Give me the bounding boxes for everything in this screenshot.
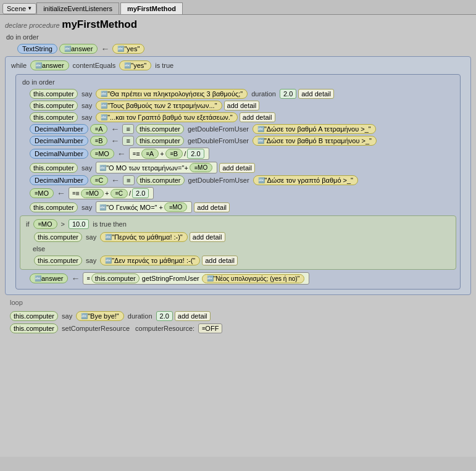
top-assign-row: TextString 🔤 answer ← 🔤 "yes" (17, 44, 476, 54)
arrow-b: ← (109, 136, 120, 146)
get-string-expr: ≡ this.computer getStringFromUser 🔤 "Νέο… (83, 272, 309, 285)
str-icon5: 🔤 (257, 138, 264, 144)
computer-bottom-2: this.computer (10, 323, 58, 333)
is-true-label: is true (153, 62, 175, 69)
say-keyword-1: say (80, 90, 94, 98)
else-string: 🔤 "Δεν περνάς το μάθημα! :-(" (100, 256, 200, 265)
if-val: 10.0 (69, 219, 89, 229)
computer-token-2: this.computer (30, 101, 78, 110)
then-row: this.computer say 🔤 "Περνάς το μάθημα! :… (34, 232, 452, 242)
inner-do-label: do in order (20, 77, 456, 87)
scene-button[interactable]: Scene ▼ (2, 3, 36, 14)
bottom-row2: this.computer setComputerResource comput… (10, 323, 471, 333)
str-icon-else: 🔤 (105, 257, 112, 264)
if-op: > (59, 220, 67, 228)
say-string-1: 🔤 "Θα πρέπει να πληκτρολογήσεις 3 βαθμού… (96, 89, 248, 99)
arrow-mo: ← (116, 149, 127, 159)
tab-my-first-method[interactable]: myFirstMethod (120, 2, 183, 14)
var-c: ≡ C (90, 175, 108, 185)
str-icon-then: 🔤 (105, 234, 112, 240)
add-detail-else[interactable]: add detail (202, 256, 238, 265)
then-string: 🔤 "Περνάς το μάθημα! :-)" (100, 232, 188, 242)
computer-token-5: this.computer (136, 136, 184, 146)
str-icon8: 🔤 (258, 177, 265, 183)
say-bottom-1: say (60, 312, 74, 320)
var-answer-last: 🔤 answer (30, 273, 68, 283)
type-decimal-a: DecimalNumber (30, 124, 88, 134)
row2: this.computer say 🔤 "Τους βαθμούς των 2 … (30, 101, 456, 110)
row9: ≡MO ← ≡≡ ≡MO + ≡C / 2.0 (30, 187, 456, 199)
add-detail-10[interactable]: add detail (194, 202, 230, 212)
arrow-last: ← (70, 273, 81, 283)
say-concat-7: 🔤 "Ο ΜΟ των τετραμήνων=" + ≡MO (96, 162, 217, 173)
top-do-in-order-label: do in order (0, 32, 476, 42)
procedure-title: declare procedure myFirstMethod (0, 15, 476, 32)
computer-token-7: this.computer (30, 163, 78, 173)
declare-procedure-keyword: declare procedure (5, 22, 60, 29)
resource-value: ≡ OFF (198, 323, 222, 333)
row1: this.computer say 🔤 "Θα πρέπει να πληκτρ… (30, 89, 456, 99)
str-icon2: 🔤 (101, 102, 107, 109)
get-method-a: getDoubleFromUser (186, 125, 251, 133)
if-var-mo: ≡ MO (33, 219, 57, 229)
add-detail-2[interactable]: add detail (224, 101, 260, 110)
say-else: say (84, 257, 98, 264)
computer-bottom-1: this.computer (10, 311, 58, 321)
row3: this.computer say 🔤 "...και τον Γραπτό β… (30, 112, 456, 122)
say-string-3: 🔤 "...και τον Γραπτό βαθμό των εξετάσεων… (96, 112, 238, 122)
arrow-c: ← (110, 175, 121, 185)
add-detail-1[interactable]: add detail (298, 89, 334, 99)
row7: this.computer say 🔤 "Ο ΜΟ των τετραμήνων… (30, 162, 456, 173)
add-detail-7[interactable]: add detail (219, 163, 255, 173)
type-decimal-mo: DecimalNumber (30, 149, 88, 159)
var-b: ≡ B (90, 136, 108, 146)
computer-token-10: this.computer (30, 202, 78, 212)
var-answer: 🔤 answer (59, 44, 98, 54)
duration-val-bottom: 2.0 (156, 311, 173, 321)
var-icon-small: 🔤 (35, 62, 42, 69)
eq-sign-b: ≡ (122, 136, 133, 146)
tab-initialize-event-listeners[interactable]: initializeEventListeners (36, 2, 119, 14)
bottom-row1: this.computer say 🔤 "Bye bye!" duration … (10, 311, 471, 321)
computer-token-3: this.computer (30, 112, 78, 122)
row5: DecimalNumber ≡ B ← ≡ this.computer getD… (30, 136, 456, 146)
str-icon-bottom1: 🔤 (81, 313, 88, 319)
while-keyword: while (9, 62, 28, 69)
procedure-name: myFirstMethod (62, 19, 137, 30)
scene-label: Scene (7, 5, 26, 12)
var-mo: ≡ MO (90, 149, 114, 159)
header: Scene ▼ initializeEventListeners myFirst… (0, 0, 476, 15)
computer-then: this.computer (34, 232, 82, 242)
say-keyword-10: say (80, 204, 94, 211)
arrow-a: ← (109, 124, 120, 134)
else-label: else (30, 244, 452, 254)
set-resource-method: setComputerResource (60, 325, 132, 332)
computer-else: this.computer (34, 256, 82, 265)
type-decimal-b: DecimalNumber (30, 136, 88, 146)
duration-label-bottom: duration (126, 312, 154, 320)
say-string-2: 🔤 "Τους βαθμούς των 2 τετραμήνων..." (96, 101, 222, 110)
add-detail-then[interactable]: add detail (190, 232, 225, 242)
assign-value: 🔤 "yes" (112, 44, 144, 54)
eq-sign-c: ≡ (123, 175, 134, 185)
say-concat-10: 🔤 "Ο Γενικός ΜΟ=" + ≡MO (96, 201, 192, 213)
say-string-bottom-1: 🔤 "Bye bye!" (76, 311, 124, 321)
is-true-then: is true then (91, 220, 128, 228)
prompt-a: 🔤 "Δώσε τον βαθμό Α τετραμήνου >_" (253, 124, 376, 134)
while-header: while 🔤 answer contentEquals 🔤 "yes" is … (9, 59, 467, 72)
resource-label: computerResource: (133, 325, 196, 332)
dropdown-arrow-icon: ▼ (27, 6, 32, 11)
assign-arrow: ← (99, 44, 111, 54)
loop-label: loop (0, 298, 476, 307)
computer-token-1: this.computer (30, 89, 78, 99)
add-detail-3[interactable]: add detail (240, 112, 275, 122)
row6: DecimalNumber ≡ MO ← ≡≡ ≡A + ≡B / 2. (30, 148, 456, 160)
while-arg: 🔤 "yes" (119, 60, 151, 70)
while-block: while 🔤 answer contentEquals 🔤 "yes" is … (5, 56, 471, 295)
row8: DecimalNumber ≡ C ← ≡ this.computer getD… (30, 175, 456, 185)
add-detail-bottom-1[interactable]: add detail (175, 311, 211, 321)
var-icon: 🔤 (64, 46, 71, 52)
eq-sign-a: ≡ (122, 124, 133, 134)
computer-token-8: this.computer (136, 175, 185, 185)
var-a: ≡ A (90, 124, 108, 134)
